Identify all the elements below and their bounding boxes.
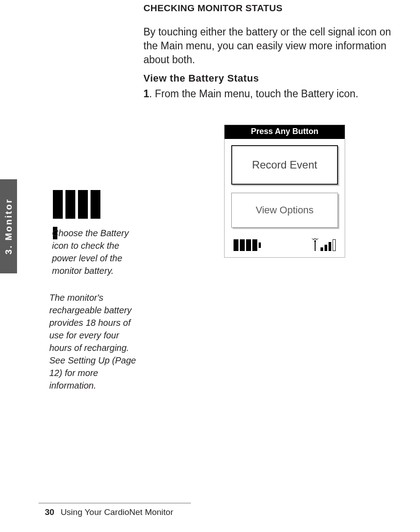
- signal-bar-icon: [329, 242, 331, 251]
- step-number: 1: [143, 88, 149, 99]
- figure-caption-1: Choose the Battery icon to check the pow…: [52, 227, 142, 277]
- battery-cell-icon: [252, 239, 257, 251]
- signal-bar-icon: [325, 245, 327, 251]
- record-event-button-wrap: Record Event: [231, 145, 338, 185]
- battery-icon-large: [53, 190, 106, 219]
- side-tab-label: 3. Monitor: [4, 198, 14, 255]
- record-event-label: Record Event: [252, 159, 317, 171]
- signal-bar-icon: [320, 247, 323, 251]
- battery-status-icon[interactable]: [234, 239, 261, 251]
- section-heading: CHECKING MONITOR STATUS: [143, 3, 282, 13]
- device-status-bar: [229, 236, 340, 254]
- side-chapter-tab: 3. Monitor: [0, 179, 17, 273]
- step-text: . From the Main menu, touch the Battery …: [149, 88, 359, 99]
- page-footer: 30Using Your CardioNet Monitor: [45, 507, 173, 517]
- device-titlebar: Press Any Button: [225, 125, 345, 139]
- device-screen-mockup: Press Any Button Record Event View Optio…: [224, 125, 345, 258]
- figure-caption-2: The monitor's rechargeable battery provi…: [49, 291, 139, 392]
- battery-cell-icon: [91, 190, 100, 219]
- signal-bar-icon: [333, 239, 336, 251]
- antenna-icon: [312, 238, 319, 251]
- view-options-button-wrap: View Options: [231, 193, 338, 228]
- intro-paragraph: By touching either the battery or the ce…: [143, 25, 399, 67]
- svg-point-0: [314, 240, 316, 242]
- page-number: 30: [45, 507, 54, 517]
- view-options-label: View Options: [255, 204, 313, 216]
- battery-cell-icon: [78, 190, 88, 219]
- battery-cell-icon: [240, 239, 245, 251]
- footer-rule: [39, 503, 191, 503]
- battery-cell-icon: [65, 190, 75, 219]
- step-1: 1. From the Main menu, touch the Battery…: [143, 88, 358, 100]
- battery-cell-icon: [53, 190, 63, 219]
- footer-title: Using Your CardioNet Monitor: [61, 507, 173, 517]
- view-options-button[interactable]: View Options: [231, 193, 338, 228]
- cell-signal-icon[interactable]: [312, 239, 336, 251]
- subsection-heading: View the Battery Status: [143, 73, 259, 84]
- battery-cell-icon: [234, 239, 238, 251]
- battery-cell-icon: [246, 239, 251, 251]
- battery-tip-icon: [259, 242, 261, 248]
- record-event-button[interactable]: Record Event: [231, 145, 338, 185]
- device-body: Record Event View Options: [225, 139, 345, 257]
